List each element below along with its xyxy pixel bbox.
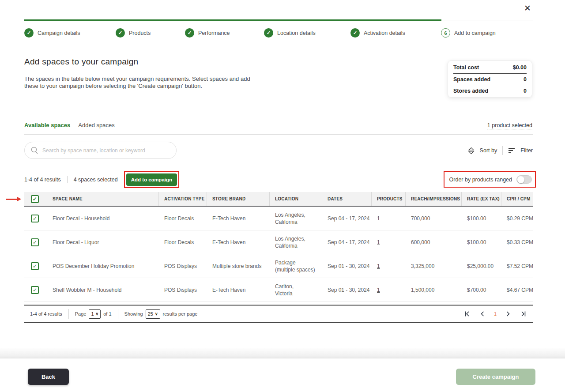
cell-cpr: $7.52 CPM: [501, 263, 531, 270]
cell-store-brand: E-Tech Haven: [207, 215, 270, 222]
cell-reach: 1,500,000: [406, 286, 462, 294]
chevron-down-icon: ∨: [96, 312, 99, 316]
cell-activation-type: POS Displays: [159, 286, 207, 294]
products-link[interactable]: 1: [377, 287, 380, 293]
page-label: Page: [75, 311, 87, 317]
table-header-row: SPACE NAME ACTIVATION TYPE STORE BRAND L…: [24, 192, 533, 207]
showing-label: Showing: [124, 311, 143, 317]
divider: [68, 309, 69, 319]
per-page-suffix: results per page: [163, 311, 198, 317]
column-header-products[interactable]: PRODUCTS: [372, 192, 406, 206]
per-page-select[interactable]: 25∨: [146, 309, 160, 319]
row-checkbox[interactable]: [31, 286, 39, 294]
step-add-to-campaign[interactable]: 6 Add to campaign: [441, 28, 496, 38]
summary-label: Spaces added: [453, 76, 490, 83]
row-checkbox[interactable]: [31, 238, 39, 246]
column-header-activation-type[interactable]: ACTIVATION TYPE: [159, 192, 207, 206]
column-header-dates[interactable]: DATES: [322, 192, 372, 206]
order-by-products-toggle[interactable]: [516, 175, 532, 184]
cell-rate: $100.00: [462, 215, 501, 222]
divider: [67, 176, 68, 183]
check-icon: ✓: [116, 28, 125, 38]
step-label: Performance: [198, 30, 230, 36]
cell-location: Carlton, Victoria: [270, 283, 322, 297]
cell-store-brand: E-Tech Haven: [207, 239, 270, 246]
cell-space-name: Floor Decal - Liquor: [47, 239, 159, 246]
spaces-table: SPACE NAME ACTIVATION TYPE STORE BRAND L…: [24, 192, 533, 302]
check-icon: ✓: [24, 28, 34, 38]
cell-activation-type: Floor Decals: [159, 239, 207, 246]
step-label: Add to campaign: [454, 30, 496, 36]
cell-rate: $700.00: [462, 286, 501, 294]
summary-value: 0: [524, 76, 527, 83]
table-row[interactable]: Floor Decal - Household Floor Decals E-T…: [24, 207, 533, 230]
step-performance[interactable]: ✓ Performance: [185, 28, 230, 38]
tab-available-spaces[interactable]: Available spaces: [24, 122, 70, 128]
column-header-space-name[interactable]: SPACE NAME: [47, 192, 159, 206]
toggle-knob: [517, 176, 524, 183]
step-activation-details[interactable]: ✓ Activation details: [350, 28, 405, 38]
row-checkbox[interactable]: [31, 215, 39, 222]
annotation-box-order-toggle: Order by products ranged: [444, 171, 536, 188]
pagination-results-count: 1-4 of 4 results: [30, 311, 62, 317]
product-selected-link[interactable]: 1 product selected: [487, 122, 532, 129]
step-label: Location details: [277, 30, 316, 36]
add-to-campaign-button[interactable]: Add to campaign: [126, 173, 177, 186]
cell-dates: Sep 04 - 17, 2024: [322, 239, 372, 246]
current-page-number[interactable]: 1: [494, 311, 497, 317]
cell-dates: Sep 01 - 30, 2024: [322, 286, 372, 294]
cell-space-name: Floor Decal - Household: [47, 215, 159, 222]
close-icon[interactable]: ✕: [524, 3, 531, 13]
sort-by-label[interactable]: Sort by: [480, 147, 497, 154]
cell-location: Package (multiple spaces): [270, 259, 322, 273]
filter-icon[interactable]: [508, 147, 515, 154]
step-label: Products: [129, 30, 151, 36]
back-button[interactable]: Back: [28, 369, 69, 385]
page-description: The spaces in the table below meet your …: [24, 75, 263, 90]
progress-bar: [24, 19, 533, 21]
cell-activation-type: Floor Decals: [159, 215, 207, 222]
annotation-box-add-to-campaign: Add to campaign: [124, 171, 179, 188]
row-checkbox[interactable]: [31, 262, 39, 270]
check-icon: ✓: [350, 28, 360, 38]
table-row[interactable]: POS December Holiday Promotion POS Displ…: [24, 254, 533, 278]
products-link[interactable]: 1: [377, 239, 380, 245]
column-header-cpr[interactable]: CPR / CPM: [501, 192, 531, 206]
summary-label: Stores added: [453, 88, 488, 94]
page-select[interactable]: 1∨: [89, 309, 101, 319]
cell-cpr: $0.33 CPM: [501, 239, 531, 246]
first-page-icon[interactable]: [465, 311, 471, 317]
column-header-location[interactable]: LOCATION: [270, 192, 322, 206]
create-campaign-button[interactable]: Create campaign: [456, 369, 535, 385]
cell-space-name: Shelf Wobbler M - Household: [47, 286, 159, 294]
step-location-details[interactable]: ✓ Location details: [264, 28, 316, 38]
tab-added-spaces[interactable]: Added spaces: [78, 122, 114, 128]
step-products[interactable]: ✓ Products: [116, 28, 151, 38]
column-header-store-brand[interactable]: STORE BRAND: [207, 192, 270, 206]
products-link[interactable]: 1: [377, 215, 380, 222]
table-row[interactable]: Floor Decal - Liquor Floor Decals E-Tech…: [24, 230, 533, 254]
select-all-checkbox[interactable]: [31, 195, 39, 203]
step-campaign-details[interactable]: ✓ Campaign details: [24, 28, 80, 38]
next-page-icon[interactable]: [506, 311, 510, 317]
search-box[interactable]: [24, 142, 177, 159]
chevron-down-icon: ∨: [155, 312, 158, 316]
page-title: Add spaces to your campaign: [24, 57, 138, 67]
filter-label[interactable]: Filter: [520, 147, 533, 154]
pagination-bar: 1-4 of 4 results Page 1∨ of 1 Showing 25…: [24, 305, 533, 323]
prev-page-icon[interactable]: [480, 311, 484, 317]
products-link[interactable]: 1: [377, 263, 380, 269]
step-label: Campaign details: [38, 30, 80, 36]
cell-rate: $25,000.00: [462, 263, 501, 270]
page-of-label: of 1: [103, 311, 111, 317]
sort-icon[interactable]: [468, 147, 475, 155]
column-header-reach[interactable]: REACH/IMPRESSIONS: [406, 192, 462, 206]
column-header-rate[interactable]: RATE (EX TAX): [462, 192, 501, 206]
summary-label: Total cost: [453, 64, 479, 71]
results-count: 1-4 of 4 results: [24, 177, 61, 183]
table-row[interactable]: Shelf Wobbler M - Household POS Displays…: [24, 278, 533, 302]
cell-store-brand: E-Tech Haven: [207, 286, 270, 294]
cell-store-brand: Multiple store brands: [207, 263, 270, 270]
last-page-icon[interactable]: [520, 311, 526, 317]
search-input[interactable]: [42, 147, 170, 154]
